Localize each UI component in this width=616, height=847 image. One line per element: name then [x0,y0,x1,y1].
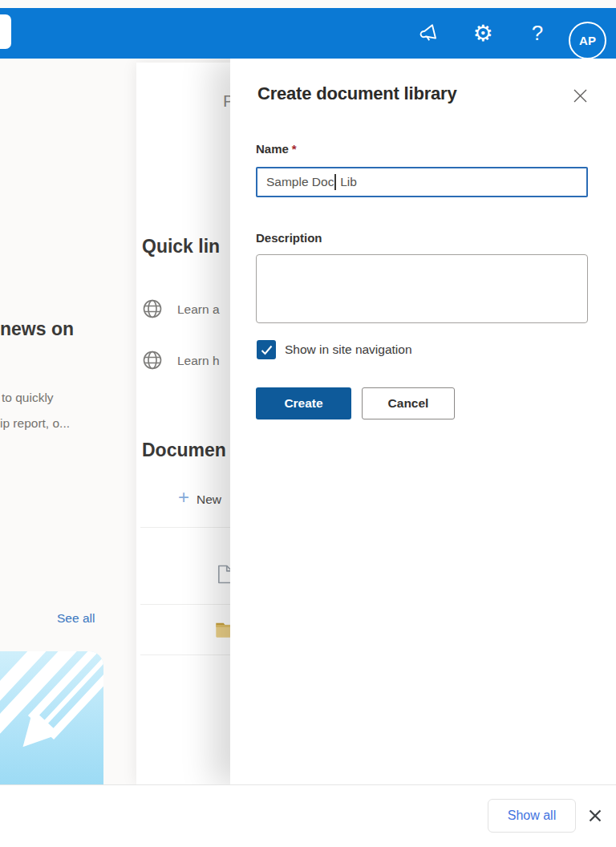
name-input-value-after-caret: Lib [337,175,357,189]
quick-link-item[interactable]: Learn h [177,354,220,368]
cancel-button[interactable]: Cancel [362,387,455,419]
name-field-label: Name* [256,142,297,156]
new-button-label: New [197,492,221,507]
screen: news on to quickly ip report, o... See a… [0,0,616,847]
show-in-navigation-checkbox[interactable]: Show in site navigation [257,340,412,359]
suite-bar: ⚙ ? AP [0,8,616,59]
check-icon [261,345,273,355]
documents-webpart-title: Documen [142,440,226,461]
name-label-text: Name [256,142,289,156]
search-input[interactable] [0,14,11,49]
news-headline-fragment: news on [0,318,74,340]
globe-icon [141,298,164,320]
news-body-line: to quickly [2,391,54,405]
see-all-link[interactable]: See all [57,611,95,626]
create-document-library-panel: Create document library Name* Sample Doc… [230,59,616,784]
plus-icon: + [178,486,189,509]
globe-icon [141,349,164,371]
news-body-line: ip report, o... [0,416,70,431]
text-cursor [334,174,336,190]
quick-link-item[interactable]: Learn a [177,302,220,317]
name-input-value-before-caret: Sample Doc [266,175,334,189]
panel-title: Create document library [257,83,456,104]
required-asterisk: * [292,142,297,156]
name-input[interactable]: Sample Doc Lib [256,167,588,197]
create-button[interactable]: Create [256,387,351,419]
downloads-bar: Show all [0,784,616,847]
close-icon[interactable] [569,84,591,107]
help-icon[interactable]: ? [520,8,555,59]
gear-icon[interactable]: ⚙ [465,8,500,59]
checkbox-label: Show in site navigation [285,342,412,357]
description-textarea[interactable] [256,254,588,323]
megaphone-icon[interactable] [411,8,447,59]
new-document-button[interactable]: + New [178,486,221,509]
avatar[interactable]: AP [569,22,606,59]
description-field-label: Description [256,231,322,245]
quick-links-title: Quick lin [142,236,220,257]
checkbox-checked[interactable] [257,340,276,359]
close-icon[interactable] [584,804,606,827]
show-all-button[interactable]: Show all [488,799,576,833]
